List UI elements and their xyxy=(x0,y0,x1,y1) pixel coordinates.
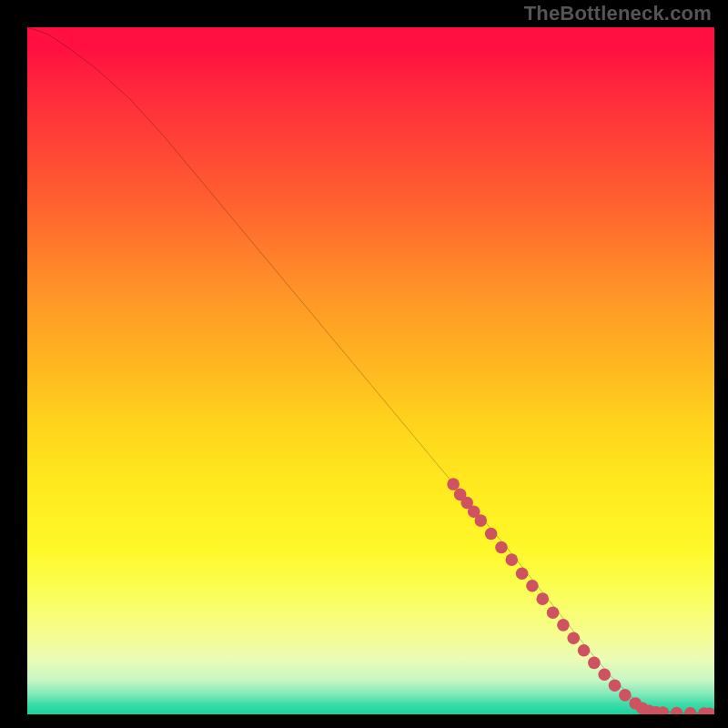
data-markers xyxy=(447,478,714,714)
data-marker xyxy=(495,541,508,554)
data-marker xyxy=(505,553,518,566)
data-marker xyxy=(578,644,591,657)
watermark-text: TheBottleneck.com xyxy=(524,2,712,25)
data-marker xyxy=(684,707,697,714)
chart-svg xyxy=(27,27,714,714)
curve-line xyxy=(27,27,714,713)
data-marker xyxy=(598,668,611,681)
data-marker xyxy=(526,580,539,592)
data-marker xyxy=(588,657,601,670)
chart-container: TheBottleneck.com xyxy=(0,0,728,728)
data-marker xyxy=(609,679,622,692)
data-marker xyxy=(475,514,488,527)
data-marker xyxy=(516,567,529,580)
plot-area xyxy=(27,27,714,714)
data-marker xyxy=(671,707,683,714)
data-marker xyxy=(567,632,580,644)
data-marker xyxy=(557,619,570,632)
data-marker xyxy=(536,592,549,605)
data-marker xyxy=(447,478,460,490)
data-marker xyxy=(485,528,498,541)
data-marker xyxy=(619,689,632,702)
data-marker xyxy=(547,606,560,619)
